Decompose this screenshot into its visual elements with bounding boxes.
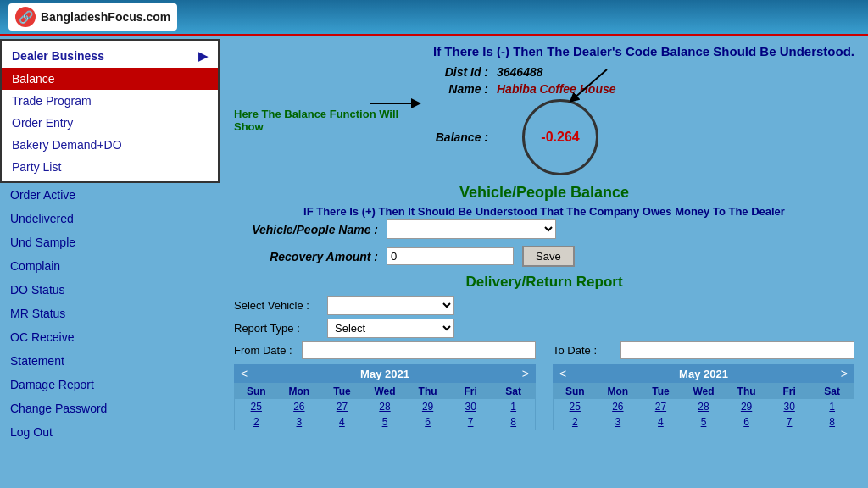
sidebar-item-bakery-demand[interactable]: Bakery Demand+DO	[2, 134, 218, 156]
day-sun-r: Sun	[554, 384, 597, 399]
sidebar-item-order-active[interactable]: Order Active	[0, 183, 220, 207]
calendar-right-next[interactable]: >	[841, 367, 848, 380]
report-type-select[interactable]: Select	[327, 319, 454, 338]
recovery-amount-input[interactable]: 0	[387, 247, 514, 265]
calendar-right: < May 2021 > Sun Mon Tue Wed Thu Fri Sat	[553, 364, 854, 430]
calendar-days-header-left: Sun Mon Tue Wed Thu Fri Sat	[235, 384, 535, 399]
cal-day-r[interactable]: 1	[810, 399, 854, 414]
cal-day[interactable]: 30	[449, 399, 492, 414]
content-area: If There Is (-) Then The Dealer's Code B…	[220, 36, 868, 488]
calendar-left-header: < May 2021 >	[234, 364, 536, 383]
name-label: Name :	[420, 82, 488, 96]
cal-day-r[interactable]: 4	[639, 414, 682, 430]
cal-day[interactable]: 25	[235, 399, 278, 414]
day-mon: Mon	[278, 384, 321, 399]
cal-day[interactable]: 5	[364, 414, 407, 430]
svg-line-1	[573, 69, 607, 99]
calendar-left-week2: 2 3 4 5 6 7 8	[235, 414, 535, 430]
from-date-label: From Date :	[234, 344, 302, 357]
cal-day[interactable]: 1	[492, 399, 535, 414]
cal-day-r[interactable]: 2	[554, 414, 597, 430]
day-sat: Sat	[492, 384, 535, 399]
cal-day[interactable]: 6	[406, 414, 449, 430]
select-vehicle-select[interactable]	[327, 296, 454, 315]
recovery-amount-row: Recovery Amount : 0 Save	[234, 246, 854, 267]
logo-text: BangladeshFocus.com	[41, 10, 170, 24]
dealer-business-menu[interactable]: Dealer Business ▶	[2, 44, 218, 68]
day-sun: Sun	[235, 384, 278, 399]
sidebar-item-damage-report[interactable]: Damage Report	[0, 373, 220, 396]
report-type-row: Report Type : Select	[234, 319, 854, 338]
day-mon-r: Mon	[597, 384, 640, 399]
report-type-label: Report Type :	[234, 322, 327, 335]
select-vehicle-label: Select Vehicle :	[234, 299, 327, 312]
calendars-row: < May 2021 > Sun Mon Tue Wed Thu Fri Sat	[234, 364, 854, 430]
vehicle-name-label: Vehicle/People Name :	[234, 223, 378, 236]
sidebar-item-und-sample[interactable]: Und Sample	[0, 230, 220, 254]
day-fri-r: Fri	[768, 384, 811, 399]
vehicle-name-row: Vehicle/People Name :	[234, 219, 854, 239]
arrow-circle-icon	[556, 65, 624, 108]
calendar-left: < May 2021 > Sun Mon Tue Wed Thu Fri Sat	[234, 364, 536, 430]
cal-day[interactable]: 28	[364, 399, 407, 414]
day-fri: Fri	[449, 384, 492, 399]
day-tue-r: Tue	[639, 384, 682, 399]
cal-day[interactable]: 2	[235, 414, 278, 430]
logo-icon: 🔗	[15, 7, 36, 27]
cal-day[interactable]: 7	[449, 414, 492, 430]
dropdown-menu: Dealer Business ▶ Balance Trade Program …	[0, 39, 220, 183]
cal-day-r[interactable]: 26	[597, 399, 640, 414]
arrow-left-icon	[361, 91, 429, 116]
sidebar-item-change-password[interactable]: Change Password	[0, 396, 220, 420]
to-date-input[interactable]	[620, 341, 854, 359]
vehicle-name-select[interactable]	[387, 219, 556, 239]
cal-day-r[interactable]: 29	[725, 399, 768, 414]
dealer-business-label: Dealer Business	[12, 49, 104, 63]
calendar-right-header: < May 2021 >	[553, 364, 854, 383]
cal-day-r[interactable]: 8	[810, 414, 854, 430]
cal-day-r[interactable]: 30	[768, 399, 811, 414]
cal-day-r[interactable]: 25	[554, 399, 597, 414]
cal-day[interactable]: 26	[278, 399, 321, 414]
sidebar-item-balance[interactable]: Balance	[2, 68, 218, 90]
sidebar-item-trade-program[interactable]: Trade Program	[2, 90, 218, 112]
cal-day-r[interactable]: 27	[639, 399, 682, 414]
sidebar-item-complain[interactable]: Complain	[0, 254, 220, 278]
day-wed-r: Wed	[682, 384, 726, 399]
cal-day[interactable]: 3	[278, 414, 321, 430]
calendar-left-month: May 2021	[360, 368, 409, 380]
dealer-fields: Dist Id : 3646488 Name : Habiba Coffee H…	[420, 65, 854, 179]
save-button[interactable]: Save	[522, 246, 575, 267]
cal-day[interactable]: 4	[320, 414, 364, 430]
sidebar-item-log-out[interactable]: Log Out	[0, 420, 220, 444]
calendar-left-next[interactable]: >	[522, 367, 529, 380]
day-sat-r: Sat	[810, 384, 854, 399]
sidebar-item-party-list[interactable]: Party List	[2, 156, 218, 178]
balance-label: Balance :	[420, 130, 488, 144]
cal-day-r[interactable]: 6	[725, 414, 768, 430]
day-thu: Thu	[406, 384, 449, 399]
cal-day-r[interactable]: 7	[768, 414, 811, 430]
sidebar-item-order-entry[interactable]: Order Entry	[2, 112, 218, 134]
cal-day-r[interactable]: 28	[682, 399, 726, 414]
calendar-left-prev[interactable]: <	[241, 367, 248, 380]
sidebar-item-undelivered[interactable]: Undelivered	[0, 207, 220, 230]
sidebar-item-do-status[interactable]: DO Status	[0, 278, 220, 302]
cal-day-r[interactable]: 5	[682, 414, 726, 430]
from-date-input[interactable]	[302, 341, 536, 359]
to-date-section: To Date :	[553, 341, 854, 359]
day-tue: Tue	[320, 384, 364, 399]
sidebar-item-statement[interactable]: Statement	[0, 349, 220, 373]
cal-day[interactable]: 27	[320, 399, 364, 414]
cal-day-r[interactable]: 3	[597, 414, 640, 430]
day-thu-r: Thu	[725, 384, 768, 399]
calendar-right-week1: 25 26 27 28 29 30 1	[554, 399, 854, 414]
cal-day[interactable]: 8	[492, 414, 535, 430]
sidebar-item-oc-receive[interactable]: OC Receive	[0, 325, 220, 349]
day-wed: Wed	[364, 384, 407, 399]
calendar-right-prev[interactable]: <	[559, 367, 566, 380]
dist-id-label: Dist Id :	[420, 65, 488, 79]
cal-day[interactable]: 29	[406, 399, 449, 414]
calendar-days-header-right: Sun Mon Tue Wed Thu Fri Sat	[554, 384, 854, 399]
sidebar-item-mr-status[interactable]: MR Status	[0, 302, 220, 325]
